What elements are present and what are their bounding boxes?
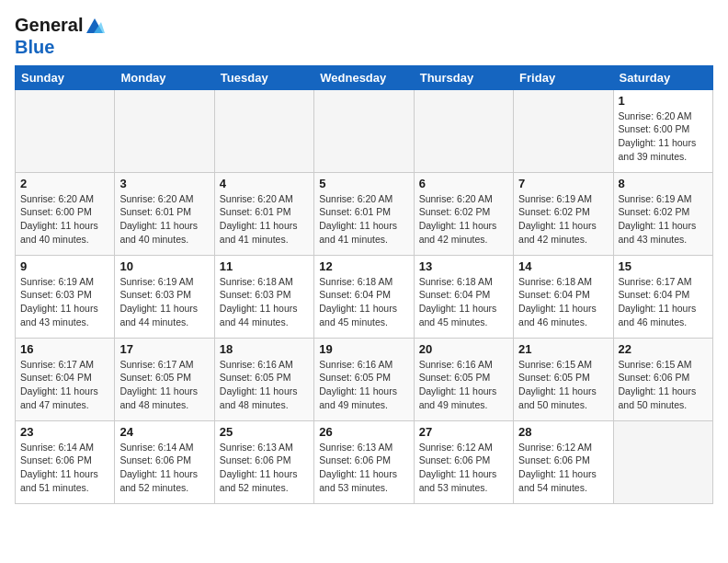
- day-number: 16: [20, 342, 109, 356]
- calendar-week-row: 16Sunrise: 6:17 AMSunset: 6:04 PMDayligh…: [16, 338, 713, 420]
- day-info: Sunrise: 6:12 AMSunset: 6:06 PMDaylight:…: [518, 441, 608, 495]
- day-info: Sunrise: 6:17 AMSunset: 6:04 PMDaylight:…: [20, 358, 109, 412]
- column-header-thursday: Thursday: [414, 65, 513, 89]
- calendar-cell: 14Sunrise: 6:18 AMSunset: 6:04 PMDayligh…: [514, 255, 613, 338]
- calendar-week-row: 2Sunrise: 6:20 AMSunset: 6:00 PMDaylight…: [16, 172, 713, 255]
- day-number: 8: [619, 177, 708, 190]
- day-number: 23: [20, 425, 109, 439]
- day-info: Sunrise: 6:12 AMSunset: 6:06 PMDaylight:…: [419, 441, 508, 495]
- day-number: 17: [119, 342, 209, 356]
- day-info: Sunrise: 6:20 AMSunset: 6:02 PMDaylight:…: [419, 192, 508, 247]
- calendar-week-row: 9Sunrise: 6:19 AMSunset: 6:03 PMDaylight…: [16, 255, 713, 338]
- calendar-header-row: SundayMondayTuesdayWednesdayThursdayFrid…: [16, 65, 713, 89]
- calendar-cell: 12Sunrise: 6:18 AMSunset: 6:04 PMDayligh…: [314, 255, 414, 338]
- day-number: 15: [619, 259, 708, 273]
- day-number: 5: [319, 177, 408, 190]
- calendar-cell: 16Sunrise: 6:17 AMSunset: 6:04 PMDayligh…: [16, 338, 115, 420]
- calendar-cell: 11Sunrise: 6:18 AMSunset: 6:03 PMDayligh…: [214, 255, 313, 338]
- day-number: 9: [20, 259, 109, 273]
- day-number: 13: [419, 259, 508, 273]
- day-number: 7: [518, 177, 608, 190]
- day-info: Sunrise: 6:19 AMSunset: 6:03 PMDaylight:…: [119, 275, 209, 329]
- calendar-cell: 13Sunrise: 6:18 AMSunset: 6:04 PMDayligh…: [414, 255, 513, 338]
- calendar-cell: 20Sunrise: 6:16 AMSunset: 6:05 PMDayligh…: [414, 338, 513, 420]
- calendar-cell: 8Sunrise: 6:19 AMSunset: 6:02 PMDaylight…: [613, 172, 712, 255]
- calendar-cell: 2Sunrise: 6:20 AMSunset: 6:00 PMDaylight…: [16, 172, 115, 255]
- day-info: Sunrise: 6:19 AMSunset: 6:02 PMDaylight:…: [518, 192, 608, 247]
- calendar-table: SundayMondayTuesdayWednesdayThursdayFrid…: [15, 65, 713, 504]
- day-info: Sunrise: 6:15 AMSunset: 6:06 PMDaylight:…: [619, 358, 708, 412]
- calendar-cell: 10Sunrise: 6:19 AMSunset: 6:03 PMDayligh…: [115, 255, 214, 338]
- day-number: 26: [319, 425, 408, 439]
- column-header-sunday: Sunday: [16, 65, 115, 89]
- day-number: 21: [518, 342, 608, 356]
- calendar-cell: 15Sunrise: 6:17 AMSunset: 6:04 PMDayligh…: [613, 255, 712, 338]
- day-number: 4: [220, 177, 309, 190]
- page-header: General Blue: [15, 15, 713, 58]
- calendar-cell: 27Sunrise: 6:12 AMSunset: 6:06 PMDayligh…: [414, 420, 513, 503]
- day-info: Sunrise: 6:18 AMSunset: 6:04 PMDaylight:…: [419, 275, 508, 329]
- calendar-cell: 21Sunrise: 6:15 AMSunset: 6:05 PMDayligh…: [514, 338, 613, 420]
- calendar-cell: 28Sunrise: 6:12 AMSunset: 6:06 PMDayligh…: [514, 420, 613, 503]
- day-info: Sunrise: 6:20 AMSunset: 6:01 PMDaylight:…: [220, 192, 309, 247]
- calendar-cell: 9Sunrise: 6:19 AMSunset: 6:03 PMDaylight…: [16, 255, 115, 338]
- calendar-cell: [414, 89, 513, 172]
- calendar-cell: 4Sunrise: 6:20 AMSunset: 6:01 PMDaylight…: [214, 172, 313, 255]
- day-number: 10: [119, 259, 209, 273]
- day-number: 2: [20, 177, 109, 190]
- logo-line1: General: [15, 15, 105, 37]
- calendar-cell: 23Sunrise: 6:14 AMSunset: 6:06 PMDayligh…: [16, 420, 115, 503]
- column-header-monday: Monday: [115, 65, 214, 89]
- day-info: Sunrise: 6:14 AMSunset: 6:06 PMDaylight:…: [20, 441, 109, 495]
- day-number: 6: [419, 177, 508, 190]
- calendar-cell: 19Sunrise: 6:16 AMSunset: 6:05 PMDayligh…: [314, 338, 414, 420]
- day-number: 1: [619, 94, 708, 108]
- day-number: 22: [619, 342, 708, 356]
- day-info: Sunrise: 6:17 AMSunset: 6:04 PMDaylight:…: [619, 275, 708, 329]
- day-info: Sunrise: 6:19 AMSunset: 6:03 PMDaylight:…: [20, 275, 109, 329]
- calendar-cell: [115, 89, 214, 172]
- calendar-cell: 7Sunrise: 6:19 AMSunset: 6:02 PMDaylight…: [514, 172, 613, 255]
- calendar-week-row: 23Sunrise: 6:14 AMSunset: 6:06 PMDayligh…: [16, 420, 713, 503]
- day-number: 24: [119, 425, 209, 439]
- day-number: 19: [319, 342, 408, 356]
- day-info: Sunrise: 6:13 AMSunset: 6:06 PMDaylight:…: [220, 441, 309, 495]
- calendar-cell: [613, 420, 712, 503]
- day-info: Sunrise: 6:13 AMSunset: 6:06 PMDaylight:…: [319, 441, 408, 495]
- day-info: Sunrise: 6:20 AMSunset: 6:01 PMDaylight:…: [319, 192, 408, 247]
- logo: General Blue: [15, 15, 105, 58]
- column-header-wednesday: Wednesday: [314, 65, 414, 89]
- day-number: 18: [220, 342, 309, 356]
- column-header-saturday: Saturday: [613, 65, 712, 89]
- column-header-tuesday: Tuesday: [214, 65, 313, 89]
- day-info: Sunrise: 6:18 AMSunset: 6:03 PMDaylight:…: [220, 275, 309, 329]
- day-number: 12: [319, 259, 408, 273]
- calendar-cell: 3Sunrise: 6:20 AMSunset: 6:01 PMDaylight…: [115, 172, 214, 255]
- day-info: Sunrise: 6:15 AMSunset: 6:05 PMDaylight:…: [518, 358, 608, 412]
- day-number: 28: [518, 425, 608, 439]
- calendar-cell: [214, 89, 313, 172]
- calendar-cell: 5Sunrise: 6:20 AMSunset: 6:01 PMDaylight…: [314, 172, 414, 255]
- day-info: Sunrise: 6:16 AMSunset: 6:05 PMDaylight:…: [220, 358, 309, 412]
- calendar-cell: 25Sunrise: 6:13 AMSunset: 6:06 PMDayligh…: [214, 420, 313, 503]
- column-header-friday: Friday: [514, 65, 613, 89]
- day-info: Sunrise: 6:16 AMSunset: 6:05 PMDaylight:…: [319, 358, 408, 412]
- calendar-cell: [16, 89, 115, 172]
- calendar-cell: 26Sunrise: 6:13 AMSunset: 6:06 PMDayligh…: [314, 420, 414, 503]
- calendar-cell: [514, 89, 613, 172]
- day-info: Sunrise: 6:16 AMSunset: 6:05 PMDaylight:…: [419, 358, 508, 412]
- day-number: 25: [220, 425, 309, 439]
- calendar-cell: 22Sunrise: 6:15 AMSunset: 6:06 PMDayligh…: [613, 338, 712, 420]
- calendar-cell: 6Sunrise: 6:20 AMSunset: 6:02 PMDaylight…: [414, 172, 513, 255]
- day-info: Sunrise: 6:14 AMSunset: 6:06 PMDaylight:…: [119, 441, 209, 495]
- day-info: Sunrise: 6:17 AMSunset: 6:05 PMDaylight:…: [119, 358, 209, 412]
- day-info: Sunrise: 6:19 AMSunset: 6:02 PMDaylight:…: [619, 192, 708, 247]
- calendar-cell: 18Sunrise: 6:16 AMSunset: 6:05 PMDayligh…: [214, 338, 313, 420]
- day-info: Sunrise: 6:18 AMSunset: 6:04 PMDaylight:…: [319, 275, 408, 329]
- calendar-cell: 17Sunrise: 6:17 AMSunset: 6:05 PMDayligh…: [115, 338, 214, 420]
- logo-line2: Blue: [15, 37, 105, 58]
- day-number: 27: [419, 425, 508, 439]
- day-number: 11: [220, 259, 309, 273]
- calendar-cell: 1Sunrise: 6:20 AMSunset: 6:00 PMDaylight…: [613, 89, 712, 172]
- day-number: 20: [419, 342, 508, 356]
